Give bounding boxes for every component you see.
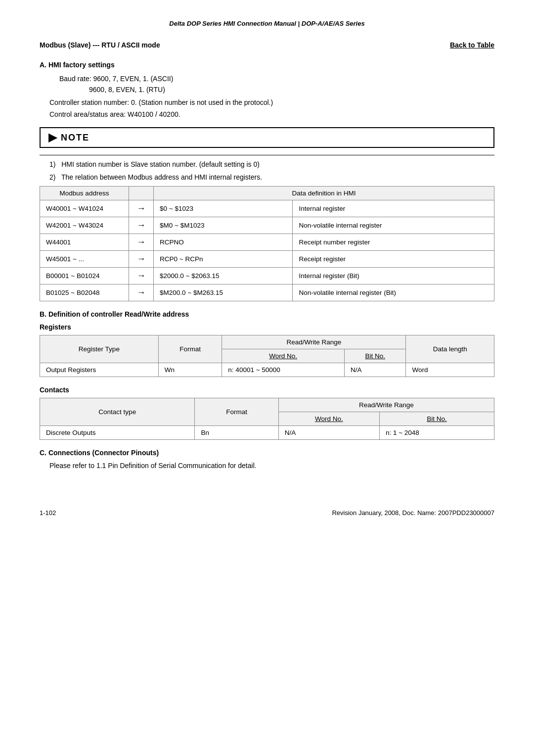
note-2-number: 2) — [49, 173, 59, 181]
modbus-data-cell: $M200.0 ~ $M263.15 — [154, 284, 293, 301]
reg-length-cell: Word — [406, 363, 494, 377]
modbus-def-cell: Non-volatile internal register (Bit) — [293, 284, 494, 301]
modbus-def-cell: Non-volatile internal register — [293, 217, 494, 234]
section-c-title: C. Connections (Connector Pinouts) — [40, 449, 494, 457]
registers-label: Registers — [40, 323, 494, 331]
contacts-table-row: Discrete Outputs Bn N/A n: 1 ~ 2048 — [40, 426, 494, 440]
contacts-header-row1: Contact type Format Read/Write Range — [40, 398, 494, 412]
modbus-table-row: B00001 ~ B01024 → $2000.0 ~ $2063.15 Int… — [40, 268, 494, 284]
reg-rw-header: Read/Write Range — [222, 335, 406, 349]
modbus-table-header-row: Modbus address Data definition in HMI — [40, 187, 494, 200]
reg-col4-header: Data length — [406, 335, 494, 363]
ct-word-cell: N/A — [278, 426, 379, 440]
note-arrow-icon: ▶ — [48, 131, 57, 144]
modbus-arrow-cell: → — [129, 284, 154, 301]
modbus-arrow-cell: → — [129, 234, 154, 251]
modbus-addr-cell: B01025 ~ B02048 — [40, 284, 129, 301]
footer-page-number: 1-102 — [40, 509, 56, 517]
note-item-2: 2) The relation between Modbus address a… — [49, 173, 494, 181]
section-b-title: B. Definition of controller Read/Write a… — [40, 310, 494, 318]
modbus-arrow-cell: → — [129, 251, 154, 268]
reg-word-cell: n: 40001 ~ 50000 — [222, 363, 345, 377]
modbus-table-row: W44001 → RCPNO Receipt number register — [40, 234, 494, 251]
note-2-text: The relation between Modbus address and … — [61, 173, 262, 181]
modbus-data-cell: $0 ~ $1023 — [154, 200, 293, 217]
note-item-1: 1) HMI station number is Slave station n… — [49, 160, 494, 168]
modbus-table-row: W40001 ~ W41024 → $0 ~ $1023 Internal re… — [40, 200, 494, 217]
modbus-addr-cell: W45001 ~ ... — [40, 251, 129, 268]
modbus-table-row: W42001 ~ W43024 → $M0 ~ $M1023 Non-volat… — [40, 217, 494, 234]
back-to-table-link[interactable]: Back to Table — [450, 41, 494, 49]
document-title: Delta DOP Series HMI Connection Manual |… — [40, 20, 494, 27]
modbus-addr-cell: W40001 ~ W41024 — [40, 200, 129, 217]
control-area-info: Control area/status area: W40100 / 40200… — [49, 110, 494, 118]
baud-rate-ascii: Baud rate: 9600, 7, EVEN, 1. (ASCII) — [59, 75, 494, 83]
modbus-arrow-cell: → — [129, 200, 154, 217]
registers-header-row1: Register Type Format Read/Write Range Da… — [40, 335, 494, 349]
note-label: NOTE — [61, 133, 89, 143]
page-header: Modbus (Slave) --- RTU / ASCII mode Back… — [40, 41, 494, 49]
reg-bit-cell: N/A — [345, 363, 406, 377]
ct-word-header: Word No. — [278, 412, 379, 426]
modbus-data-cell: $2000.0 ~ $2063.15 — [154, 268, 293, 284]
reg-format-cell: Wn — [158, 363, 222, 377]
modbus-addr-cell: B00001 ~ B01024 — [40, 268, 129, 284]
modbus-def-cell: Internal register — [293, 200, 494, 217]
modbus-address-table: Modbus address Data definition in HMI W4… — [40, 186, 494, 301]
page-footer: 1-102 Revision January, 2008, Doc. Name:… — [40, 509, 494, 517]
contacts-label: Contacts — [40, 386, 494, 394]
note-separator — [40, 155, 494, 155]
ct-col1-header: Contact type — [40, 398, 195, 426]
note-1-number: 1) — [49, 160, 59, 168]
contacts-table: Contact type Format Read/Write Range Wor… — [40, 398, 494, 440]
page-header-title: Modbus (Slave) --- RTU / ASCII mode — [40, 41, 160, 49]
reg-col1-header: Register Type — [40, 335, 159, 363]
baud-rate-rtu: 9600, 8, EVEN, 1. (RTU) — [89, 86, 494, 94]
modbus-def-cell: Receipt number register — [293, 234, 494, 251]
modbus-data-cell: $M0 ~ $M1023 — [154, 217, 293, 234]
footer-revision: Revision January, 2008, Doc. Name: 2007P… — [332, 509, 494, 517]
ct-bit-header: Bit No. — [379, 412, 494, 426]
baud-rate-block: Baud rate: 9600, 7, EVEN, 1. (ASCII) 960… — [59, 75, 494, 94]
reg-col2-header: Format — [158, 335, 222, 363]
reg-bit-header: Bit No. — [345, 349, 406, 363]
modbus-def-cell: Internal register (Bit) — [293, 268, 494, 284]
modbus-col2-header: Data definition in HMI — [154, 187, 494, 200]
modbus-addr-cell: W42001 ~ W43024 — [40, 217, 129, 234]
section-c-text: Please refer to 1.1 Pin Definition of Se… — [49, 462, 494, 470]
registers-table: Register Type Format Read/Write Range Da… — [40, 335, 494, 377]
note-1-text: HMI station number is Slave station numb… — [61, 160, 260, 168]
ct-rw-header: Read/Write Range — [278, 398, 494, 412]
modbus-arrow-header — [129, 187, 154, 200]
reg-type-cell: Output Registers — [40, 363, 159, 377]
modbus-addr-cell: W44001 — [40, 234, 129, 251]
ct-type-cell: Discrete Outputs — [40, 426, 195, 440]
ct-format-cell: Bn — [195, 426, 278, 440]
modbus-arrow-cell: → — [129, 268, 154, 284]
modbus-data-cell: RCP0 ~ RCPn — [154, 251, 293, 268]
ct-bit-cell: n: 1 ~ 2048 — [379, 426, 494, 440]
section-a-title: A. HMI factory settings — [40, 61, 494, 69]
modbus-arrow-cell: → — [129, 217, 154, 234]
note-box: ▶ NOTE — [40, 127, 494, 148]
modbus-data-cell: RCPNO — [154, 234, 293, 251]
modbus-def-cell: Receipt register — [293, 251, 494, 268]
modbus-col1-header: Modbus address — [40, 187, 129, 200]
modbus-table-row: W45001 ~ ... → RCP0 ~ RCPn Receipt regis… — [40, 251, 494, 268]
controller-station-info: Controller station number: 0. (Station n… — [49, 98, 494, 106]
reg-word-header: Word No. — [222, 349, 345, 363]
registers-table-row: Output Registers Wn n: 40001 ~ 50000 N/A… — [40, 363, 494, 377]
ct-col2-header: Format — [195, 398, 278, 426]
modbus-table-row: B01025 ~ B02048 → $M200.0 ~ $M263.15 Non… — [40, 284, 494, 301]
